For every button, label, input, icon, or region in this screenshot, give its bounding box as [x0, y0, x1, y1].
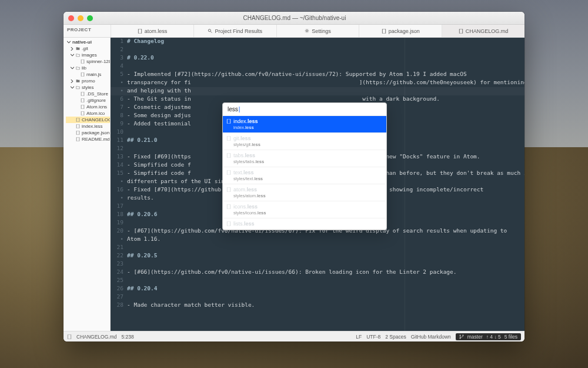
line-number: •	[111, 178, 127, 186]
status-encoding[interactable]: UTF-8	[366, 334, 380, 340]
close-window-button[interactable]	[68, 15, 74, 21]
line-number: 17	[111, 203, 127, 211]
result-filename: git.less	[233, 135, 382, 141]
tree-item[interactable]: index.less	[66, 123, 110, 130]
file-icon	[226, 119, 231, 124]
status-file-name[interactable]: CHANGELOG.md	[76, 334, 117, 340]
zoom-window-button[interactable]	[87, 15, 93, 21]
line-number: •	[111, 236, 127, 244]
result-filename: atom.less	[233, 187, 382, 193]
editor-line[interactable]: 1# Changelog	[111, 38, 524, 46]
tab-settings[interactable]: Settings	[276, 25, 359, 37]
line-number: 13	[111, 153, 127, 161]
tree-item[interactable]: Atom.icns	[66, 104, 110, 110]
line-number: 9	[111, 120, 127, 128]
tree-item-label: Atom.icns	[86, 104, 107, 110]
file-icon	[81, 105, 85, 109]
line-number: 24	[111, 268, 127, 277]
tree-item[interactable]: .DS_Store	[66, 91, 110, 97]
editor-line[interactable]: 23	[111, 260, 524, 268]
status-cursor-position[interactable]: 5:238	[122, 334, 134, 340]
line-number: 4	[111, 62, 127, 71]
status-grammar[interactable]: GitHub Markdown	[411, 334, 451, 340]
editor-line[interactable]: 22## 0.20.5	[111, 252, 524, 260]
editor-line[interactable]: 21	[111, 244, 524, 252]
tree-item-label: main.js	[86, 72, 101, 77]
tree-item[interactable]: images	[66, 52, 110, 58]
minimize-window-button[interactable]	[78, 15, 83, 21]
status-line-ending[interactable]: LF	[356, 334, 362, 340]
project-panel-header: PROJECT	[64, 25, 111, 37]
tree-item[interactable]: CHANGELOG.md	[66, 117, 110, 123]
fuzzy-finder[interactable]: less index.less index.less git.less styl…	[222, 102, 387, 230]
folder-icon	[76, 47, 80, 51]
editor-line[interactable]: 5- Implemented [#72](https://github.com/…	[111, 71, 524, 79]
folder-icon	[76, 79, 80, 83]
fuzzy-finder-result[interactable]: tabs.less styles/tabs.less	[223, 150, 386, 167]
fuzzy-finder-input[interactable]: less	[223, 103, 386, 116]
editor-line[interactable]: •Atom 1.16.	[111, 236, 524, 244]
titlebar: CHANGELOG.md — ~/Github/native-ui	[64, 12, 524, 25]
editor-line[interactable]: 28- Made character match better visible.	[111, 301, 524, 310]
line-content: # Changelog	[127, 38, 524, 46]
line-number: 16	[111, 186, 127, 194]
fuzzy-finder-result[interactable]: text.less styles/text.less	[223, 167, 386, 184]
tree-item[interactable]: package.json	[66, 130, 110, 136]
tab-project-find-results[interactable]: Project Find Results	[193, 25, 276, 37]
project-sidebar[interactable]: native-ui .gitimagesspinner-128.giflibma…	[64, 38, 111, 331]
line-number: 3	[111, 54, 127, 62]
status-indent[interactable]: 2 Spaces	[385, 334, 406, 340]
tree-item[interactable]: promo	[66, 78, 110, 84]
fuzzy-finder-result[interactable]: lists.less	[223, 218, 386, 230]
line-number: •	[111, 194, 127, 203]
line-number: 14	[111, 161, 127, 170]
fuzzy-finder-result[interactable]: index.less index.less	[223, 116, 386, 133]
editor-line[interactable]: •and helping with th	[111, 87, 524, 95]
status-bar: CHANGELOG.md 5:238 LF UTF-8 2 Spaces Git…	[64, 331, 524, 342]
tree-item-label: CHANGELOG.md	[82, 117, 111, 122]
editor-line[interactable]: 24- [#66](https://github.com/fv0/native-…	[111, 268, 524, 277]
text-editor[interactable]: 1# Changelog23# 0.22.045- Implemented [#…	[111, 38, 524, 331]
result-filename: icons.less	[233, 204, 382, 210]
editor-line[interactable]: 3# 0.22.0	[111, 54, 524, 62]
file-icon	[382, 29, 386, 34]
tree-item[interactable]: .gitignore	[66, 97, 110, 104]
editor-line[interactable]: 4	[111, 62, 524, 71]
tab-changelog-md[interactable]: CHANGELOG.md	[442, 25, 524, 37]
line-number: 8	[111, 112, 127, 120]
tree-item[interactable]: spinner-128.gif	[66, 58, 110, 65]
fuzzy-finder-result[interactable]: atom.less styles/atom.less	[223, 184, 386, 201]
git-status[interactable]: master ↑ 4 ↓ 5 5 files	[456, 333, 521, 340]
tree-item[interactable]: styles	[66, 84, 110, 91]
line-content	[127, 244, 524, 252]
line-number: 5	[111, 71, 127, 79]
tree-item[interactable]: README.md	[66, 136, 110, 142]
file-icon	[76, 131, 80, 135]
fuzzy-finder-result[interactable]: icons.less styles/icons.less	[223, 201, 386, 218]
tree-item[interactable]: Atom.ico	[66, 110, 110, 117]
tab-package-json[interactable]: package.json	[359, 25, 442, 37]
file-icon	[226, 153, 231, 158]
line-number: 11	[111, 137, 127, 145]
tree-item-label: lib	[82, 65, 86, 71]
line-number: 7	[111, 104, 127, 112]
editor-line[interactable]: 27	[111, 293, 524, 301]
file-icon	[459, 29, 463, 34]
editor-line[interactable]: 26## 0.20.4	[111, 285, 524, 293]
editor-line[interactable]: 2	[111, 46, 524, 54]
tree-item-label: README.md	[82, 137, 110, 142]
tree-item[interactable]: lib	[66, 65, 110, 71]
result-filename: tabs.less	[233, 152, 382, 158]
line-number: 22	[111, 252, 127, 260]
tree-item[interactable]: .git	[66, 45, 110, 52]
editor-line[interactable]: •transparency for fi ](https://github.co…	[111, 79, 524, 87]
file-icon	[226, 170, 231, 175]
file-icon	[81, 92, 85, 96]
editor-line[interactable]: 25	[111, 277, 524, 285]
tab-atom-less[interactable]: atom.less	[111, 25, 193, 37]
tree-item[interactable]: main.js	[66, 71, 110, 78]
file-icon	[76, 118, 80, 122]
fuzzy-finder-result[interactable]: git.less styles/git.less	[223, 133, 386, 150]
tree-root[interactable]: native-ui	[66, 39, 110, 45]
result-filename: index.less	[233, 118, 382, 124]
